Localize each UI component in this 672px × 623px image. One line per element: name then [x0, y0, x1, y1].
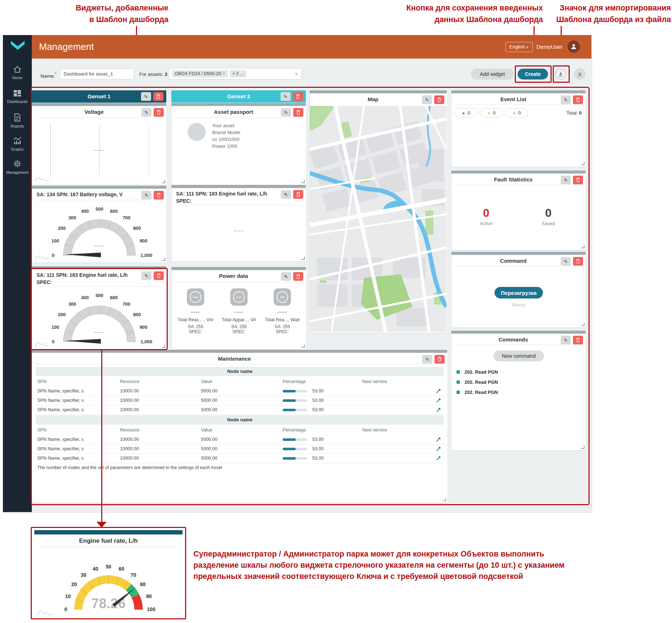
widget-drag-handle[interactable]: [32, 103, 166, 106]
sidebar-item-management[interactable]: Management: [3, 160, 32, 175]
chip-remove-icon[interactable]: ×: [223, 71, 225, 76]
edit-widget-button[interactable]: ✎: [141, 108, 151, 117]
delete-widget-button[interactable]: [293, 190, 303, 199]
edit-genset1-button[interactable]: ✎: [141, 92, 151, 101]
name-input[interactable]: Dashboard for asset_1: [60, 69, 134, 80]
delete-widget-button[interactable]: [435, 355, 445, 364]
edit-widget-button[interactable]: ✎: [281, 190, 291, 199]
active-faults-label: Active: [465, 221, 508, 226]
edit-widget-button[interactable]: ✎: [281, 272, 291, 281]
annotation-widgets-note-line1: Виджеты, добавленные: [76, 4, 168, 12]
widget-drag-handle[interactable]: [451, 252, 586, 255]
command-list-item[interactable]: 202. Read PGN: [457, 390, 498, 395]
assets-select[interactable]: GBOX FD24 / D500-20× + 2 ... ∨: [169, 68, 302, 80]
delete-widget-button[interactable]: [573, 257, 583, 266]
wrench-icon[interactable]: [436, 398, 441, 403]
resize-handle[interactable]: [301, 257, 305, 260]
widget-subtitle: SPEC:: [176, 198, 192, 204]
sidebar-item-home[interactable]: Home: [3, 66, 32, 80]
widget-drag-handle[interactable]: [451, 331, 586, 334]
language-selector[interactable]: English ∨: [505, 42, 533, 52]
table-row[interactable]: SPN Name, specifier, s 10000.00 5000.00 …: [36, 435, 444, 444]
genset1-header[interactable]: Genset 1 ✎: [32, 90, 166, 103]
edit-widget-button[interactable]: ✎: [561, 257, 571, 266]
reboot-command-button[interactable]: Перезагрузка: [495, 287, 543, 298]
table-row[interactable]: SPN Name, specifier, s 10000.00 5000.00 …: [36, 405, 444, 415]
map-canvas[interactable]: [310, 106, 446, 332]
resize-handle[interactable]: [162, 258, 165, 261]
resize-handle[interactable]: [581, 162, 585, 165]
fuel-gauge-widget: SA: 111 SPN: 183 Engine fuel rate, L/hSP…: [32, 269, 167, 349]
widget-drag-handle[interactable]: [32, 350, 447, 353]
sidebar-item-graphs[interactable]: Graphs: [3, 137, 32, 151]
edit-widget-button[interactable]: ✎: [422, 95, 432, 104]
widget-drag-handle[interactable]: [171, 267, 306, 270]
edit-genset2-button[interactable]: ✎: [281, 92, 291, 101]
widget-drag-handle[interactable]: [309, 90, 447, 93]
edit-widget-button[interactable]: ✎: [561, 336, 571, 344]
asset-chip[interactable]: GBOX FD24 / D500-20×: [172, 70, 228, 77]
import-template-button[interactable]: [555, 69, 566, 80]
asset-more-chip[interactable]: + 2 ...: [230, 70, 247, 77]
add-widget-button[interactable]: Add widget: [471, 69, 514, 80]
table-row[interactable]: SPN Name, specifier, s 10000.00 5000.00 …: [36, 454, 444, 463]
table-row[interactable]: SPN Name, specifier, s 10000.00 5000.00 …: [36, 444, 444, 454]
wrench-icon[interactable]: [436, 407, 441, 412]
avatar[interactable]: [568, 40, 580, 53]
delete-widget-button[interactable]: [573, 336, 583, 344]
table-row[interactable]: SPN Name, specifier, s 10000.00 5000.00 …: [36, 386, 444, 396]
widget-drag-handle[interactable]: [171, 185, 306, 188]
resize-handle[interactable]: [301, 180, 305, 183]
command-list-item[interactable]: 202. Read PGN: [457, 369, 498, 375]
widget-drag-handle[interactable]: [451, 90, 586, 93]
close-button[interactable]: X: [574, 68, 586, 80]
info-events-badge[interactable]: ▲0: [505, 108, 528, 117]
widget-drag-handle[interactable]: [451, 171, 586, 173]
resize-handle[interactable]: [581, 323, 585, 326]
resize-handle[interactable]: [581, 245, 585, 248]
edit-widget-button[interactable]: ✎: [561, 95, 571, 104]
critical-events-badge[interactable]: ▲0: [454, 108, 478, 117]
edit-widget-button[interactable]: ✎: [561, 176, 571, 184]
widget-drag-handle[interactable]: [171, 103, 306, 106]
genset2-header[interactable]: Genset 2 ✎: [171, 90, 306, 103]
command-list-item[interactable]: 202. Read PGN: [457, 379, 498, 385]
sidebar-item-dashboards[interactable]: Dashboards: [3, 90, 32, 104]
delete-widget-button[interactable]: [154, 271, 164, 280]
warning-events-badge[interactable]: ▲0: [480, 108, 503, 117]
widget-drag-handle[interactable]: [32, 266, 166, 269]
delete-genset2-button[interactable]: [293, 92, 303, 101]
progress-bar: [283, 457, 307, 460]
resize-handle[interactable]: [162, 180, 165, 183]
delete-widget-button[interactable]: [293, 108, 303, 117]
resize-handle[interactable]: [301, 344, 305, 348]
chevron-down-icon[interactable]: ∨: [295, 71, 298, 76]
app-logo-icon[interactable]: [10, 40, 25, 51]
create-button[interactable]: Create: [518, 69, 548, 80]
edit-widget-button[interactable]: ✎: [422, 355, 432, 364]
resize-handle[interactable]: [443, 498, 446, 501]
user-name[interactable]: DemoUser: [536, 44, 562, 50]
home-icon: [13, 66, 21, 73]
delete-widget-button[interactable]: [154, 108, 164, 117]
resize-handle[interactable]: [581, 446, 585, 449]
wrench-icon[interactable]: [436, 437, 441, 442]
download-icon: [558, 71, 564, 77]
svg-text:80: 80: [140, 581, 146, 587]
delete-widget-button[interactable]: [293, 272, 303, 281]
wrench-icon[interactable]: [436, 388, 441, 394]
delete-widget-button[interactable]: [434, 95, 444, 104]
delete-genset1-button[interactable]: [153, 92, 163, 101]
delete-widget-button[interactable]: [573, 176, 583, 184]
table-row[interactable]: SPN Name, specifier, s 10000.00 5000.00 …: [36, 396, 444, 405]
delete-widget-button[interactable]: [573, 95, 583, 104]
sidebar-item-reports[interactable]: Reports: [3, 113, 32, 128]
edit-widget-button[interactable]: ✎: [141, 271, 151, 280]
wrench-icon[interactable]: [436, 456, 441, 461]
resize-handle[interactable]: [162, 344, 165, 348]
edit-widget-button[interactable]: ✎: [281, 108, 291, 117]
events-total: Total: 0: [566, 110, 582, 116]
widget-drag-handle[interactable]: [32, 186, 166, 189]
new-command-button[interactable]: New command: [493, 351, 544, 361]
wrench-icon[interactable]: [436, 446, 441, 451]
